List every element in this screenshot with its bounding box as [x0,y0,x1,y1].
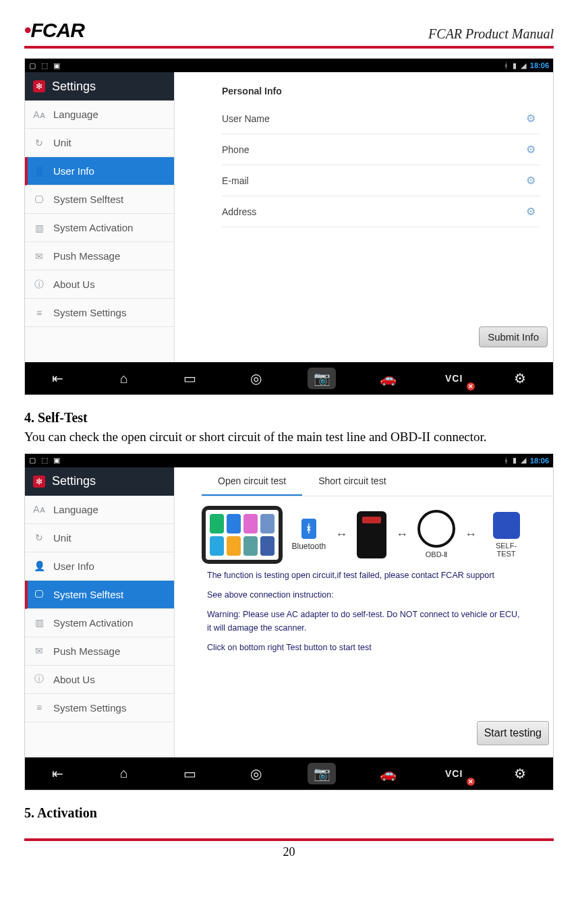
push-icon: ✉ [33,251,45,262]
sidebar-item-label: Push Message [53,250,120,262]
status-icon: ▣ [53,61,60,70]
sidebar-item-syssettings[interactable]: ≡System Settings [25,299,174,327]
row-label: Phone [222,144,249,155]
selftest-plug-icon [493,512,520,539]
status-icon: ⬚ [41,61,48,70]
sidebar-item-language[interactable]: AᴀLanguage [25,100,174,129]
status-icon: ▢ [29,61,36,70]
nav-back-icon[interactable]: ⇤ [44,763,72,784]
sidebar-title: Settings [52,474,96,488]
sidebar-item-label: System Settings [53,307,126,318]
desc-line: The function is testing open circuit,if … [207,569,521,582]
status-icon: ▢ [29,456,36,465]
row-label: E-mail [222,175,249,186]
connection-diagram: ᚼ Bluetooth ↔ ↔ OBD-Ⅱ ↔ SELF-TEST [202,506,526,564]
bluetooth-icon: ᚼ [301,519,316,539]
sidebar-item-unit[interactable]: ↻Unit [25,129,174,157]
screenshot-user-info: ▢ ⬚ ▣ ᚼ ▮ ◢ 18:06 Settings AᴀLanguage ↻U… [24,58,554,395]
sidebar-item-about[interactable]: ⓘAbout Us [25,666,174,694]
panel-title: Personal Info [222,86,540,96]
settings-sidebar: Settings AᴀLanguage ↻Unit 👤User Info 🖵Sy… [25,467,175,757]
obd-cable-icon [417,510,455,548]
tablet-device-icon [202,506,283,564]
unit-icon: ↻ [33,532,45,543]
header-rule [24,46,554,49]
sidebar-item-selftest[interactable]: 🖵System Selftest [25,185,174,214]
sidebar-item-label: System Activation [53,222,133,233]
gear-icon[interactable]: ⚙ [526,112,540,125]
vci-error-badge: ✕ [467,778,475,786]
nav-browser-icon[interactable]: ◎ [242,368,270,389]
selftest-icon: 🖵 [33,194,45,205]
unit-icon: ↻ [33,138,45,148]
sidebar-item-push[interactable]: ✉Push Message [25,637,174,666]
gear-icon[interactable]: ⚙ [526,205,540,218]
sidebar-item-user-info[interactable]: 👤User Info [25,552,174,581]
nav-browser-icon[interactable]: ◎ [242,763,270,784]
gear-icon[interactable]: ⚙ [526,174,540,187]
sidebar-item-about[interactable]: ⓘAbout Us [25,270,174,299]
desc-line: Click on bottom right Test button to sta… [207,641,521,654]
nav-home-icon[interactable]: ⌂ [110,763,138,784]
sidebar-item-syssettings[interactable]: ≡System Settings [25,694,174,722]
selftest-label: SELF-TEST [486,542,526,558]
nav-settings-icon[interactable]: ⚙ [506,368,534,389]
android-status-bar: ▢ ⬚ ▣ ᚼ ▮ ◢ 18:06 [25,59,553,72]
signal-icon: ◢ [521,456,526,465]
status-time: 18:06 [530,61,549,69]
nav-camera-icon[interactable]: 📷 [308,763,336,784]
selftest-panel: Open circuit test Short circuit test ᚼ B… [175,467,553,757]
android-nav-bar: ⇤ ⌂ ▭ ◎ 📷 🚗 VCI✕ ⚙ [25,757,553,790]
submit-info-button[interactable]: Submit Info [479,326,548,347]
arrow-icon: ↔ [465,527,477,542]
footer-rule [24,838,554,841]
sidebar-item-label: Push Message [53,645,120,657]
nav-recent-icon[interactable]: ▭ [176,763,204,784]
screenshot-selftest: ▢ ⬚ ▣ ᚼ ▮ ◢ 18:06 Settings AᴀLanguage ↻U… [24,453,554,790]
sidebar-title: Settings [52,80,96,94]
sidebar-item-label: System Settings [53,702,126,714]
status-time: 18:06 [530,457,549,465]
sidebar-item-activation[interactable]: ▥System Activation [25,214,174,242]
tab-open-circuit[interactable]: Open circuit test [202,467,302,496]
nav-recent-icon[interactable]: ▭ [176,368,204,389]
sidebar-item-user-info[interactable]: 👤User Info [25,157,174,185]
nav-settings-icon[interactable]: ⚙ [506,763,534,784]
row-phone[interactable]: Phone⚙ [222,134,540,165]
row-email[interactable]: E-mail⚙ [222,165,540,196]
sidebar-item-label: System Selftest [53,194,123,205]
arrow-icon: ↔ [335,527,347,542]
section-4-heading: 4. Self-Test [24,410,554,426]
nav-home-icon[interactable]: ⌂ [110,368,138,389]
selftest-icon: 🖵 [33,589,45,600]
battery-icon: ▮ [513,456,517,465]
nav-car-icon[interactable]: 🚗 [374,368,402,389]
nav-camera-icon[interactable]: 📷 [308,368,336,389]
sidebar-item-push[interactable]: ✉Push Message [25,242,174,270]
page-number: 20 [24,845,554,859]
sidebar-item-label: User Info [53,560,94,572]
nav-vci-icon[interactable]: VCI✕ [440,763,468,784]
nav-vci-icon[interactable]: VCI✕ [440,368,468,389]
sidebar-item-label: Unit [53,532,71,544]
sidebar-item-unit[interactable]: ↻Unit [25,524,174,552]
sidebar-item-label: System Selftest [53,589,123,600]
nav-back-icon[interactable]: ⇤ [44,368,72,389]
tab-short-circuit[interactable]: Short circuit test [302,467,402,496]
section-4-paragraph: You can check the open circuit or short … [24,428,554,446]
row-username[interactable]: User Name⚙ [222,103,540,134]
sidebar-item-selftest[interactable]: 🖵System Selftest [25,581,174,609]
start-testing-button[interactable]: Start testing [477,721,549,745]
sidebar-item-label: User Info [53,165,94,177]
syssettings-icon: ≡ [33,308,45,318]
sidebar-item-language[interactable]: AᴀLanguage [25,496,174,524]
sidebar-item-activation[interactable]: ▥System Activation [25,609,174,637]
settings-app-icon [33,475,45,488]
row-label: Address [222,206,256,217]
row-address[interactable]: Address⚙ [222,196,540,227]
desc-line: See above connection instruction: [207,589,521,602]
selftest-tabs: Open circuit test Short circuit test [202,467,553,496]
syssettings-icon: ≡ [33,702,45,713]
nav-car-icon[interactable]: 🚗 [374,763,402,784]
gear-icon[interactable]: ⚙ [526,143,540,156]
